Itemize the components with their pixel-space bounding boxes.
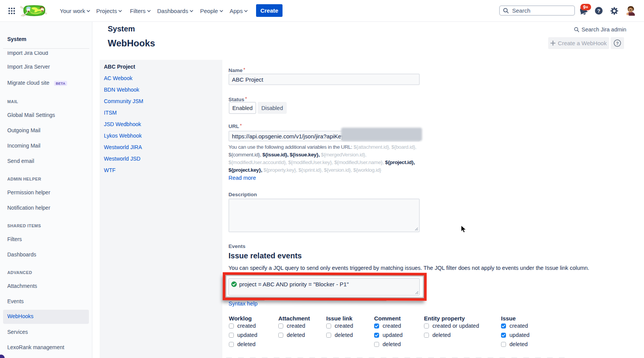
svg-text:?: ? [616,41,619,46]
